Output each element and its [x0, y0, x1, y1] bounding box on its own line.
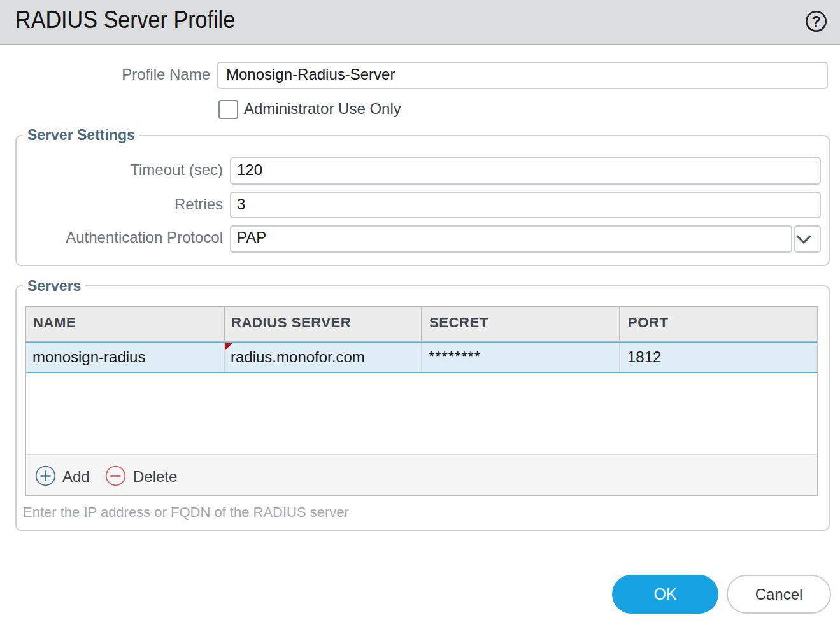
- svg-text:?: ?: [811, 13, 820, 30]
